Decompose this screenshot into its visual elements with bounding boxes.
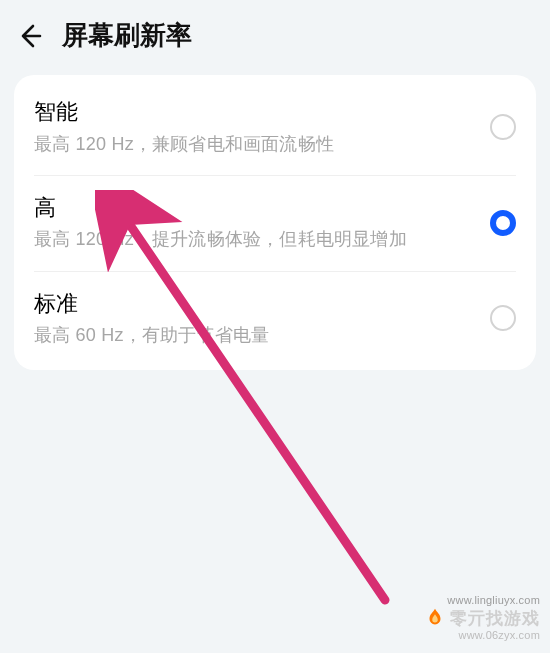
radio-smart[interactable] [490,114,516,140]
page-title: 屏幕刷新率 [62,18,192,53]
watermark-url-top: www.lingliuyx.com [424,594,540,608]
page-header: 屏幕刷新率 [0,0,550,67]
options-card: 智能 最高 120 Hz，兼顾省电和画面流畅性 高 最高 120 Hz，提升流畅… [14,75,536,370]
option-title: 智能 [34,97,464,127]
option-standard[interactable]: 标准 最高 60 Hz，有助于节省电量 [14,271,536,367]
option-description: 最高 120 Hz，提升流畅体验，但耗电明显增加 [34,226,464,252]
watermark-brand-text: 零亓找游戏 [450,608,540,629]
option-title: 标准 [34,289,464,319]
option-description: 最高 120 Hz，兼顾省电和画面流畅性 [34,131,464,157]
radio-high[interactable] [490,210,516,236]
flame-icon [424,607,446,629]
back-button[interactable] [16,20,54,52]
option-title: 高 [34,193,464,223]
watermark-block: www.lingliuyx.com 零亓找游戏 www.06zyx.com [424,594,540,644]
radio-standard[interactable] [490,305,516,331]
watermark-url-bottom: www.06zyx.com [424,629,540,643]
option-smart[interactable]: 智能 最高 120 Hz，兼顾省电和画面流畅性 [14,79,536,175]
back-arrow-icon [16,22,44,50]
option-high[interactable]: 高 最高 120 Hz，提升流畅体验，但耗电明显增加 [14,175,536,271]
option-description: 最高 60 Hz，有助于节省电量 [34,322,464,348]
watermark-brand-row: 零亓找游戏 [424,607,540,629]
